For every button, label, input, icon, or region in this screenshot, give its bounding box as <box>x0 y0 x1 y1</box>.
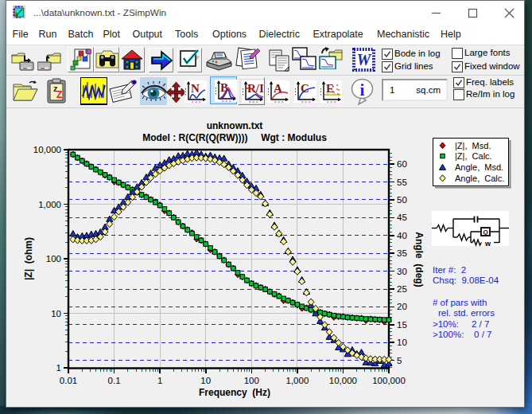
svg-text:10: 10 <box>200 376 211 385</box>
svg-text:Iter #: 2: Iter #: 2 <box>433 265 466 275</box>
svg-text:|Z| (ohm): |Z| (ohm) <box>23 237 34 280</box>
svg-text:Chsq: 9.08E-04: Chsq: 9.08E-04 <box>433 275 499 285</box>
svg-text:45: 45 <box>397 213 407 222</box>
svg-text:# of pars with: # of pars with <box>433 298 487 307</box>
svg-text:|Z|, Calc.: |Z|, Calc. <box>455 151 492 161</box>
svg-text:Model : R(C(R(Q(RW)))) Wgt: Model : R(C(R(Q(RW)))) Wgt : Modulus <box>142 132 327 143</box>
svg-text:>10%: 2 / 7: >10%: 2 / 7 <box>433 319 489 329</box>
svg-text:100: 100 <box>244 376 259 385</box>
svg-text:i: i <box>360 80 365 100</box>
svg-text:10: 10 <box>397 338 407 347</box>
svg-text:0.01: 0.01 <box>60 376 77 385</box>
svg-text:Angle (deg): Angle (deg) <box>414 232 425 287</box>
svg-text:1,000: 1,000 <box>286 376 309 385</box>
svg-text:5: 5 <box>397 356 402 365</box>
svg-text:Angle, Msd.: Angle, Msd. <box>455 162 503 172</box>
svg-text:10,000: 10,000 <box>33 145 61 154</box>
svg-text:unknown.txt: unknown.txt <box>207 120 263 131</box>
svg-text:15: 15 <box>397 320 407 330</box>
svg-text:20: 20 <box>397 302 407 311</box>
svg-text:50: 50 <box>397 195 407 205</box>
svg-text:|Z|, Msd.: |Z|, Msd. <box>455 141 491 150</box>
svg-text:10,000: 10,000 <box>329 376 357 385</box>
svg-text:40: 40 <box>397 231 407 240</box>
svg-text:Z: Z <box>56 89 62 100</box>
svg-text:10: 10 <box>51 309 61 318</box>
svg-text:1: 1 <box>157 376 162 385</box>
svg-text:N: N <box>191 82 200 95</box>
svg-text:55: 55 <box>397 178 407 187</box>
svg-text:60: 60 <box>397 159 407 169</box>
svg-text:30: 30 <box>397 267 407 276</box>
svg-text:1: 1 <box>56 363 61 373</box>
svg-text:w: w <box>484 240 491 248</box>
svg-text:Angle, Calc.: Angle, Calc. <box>455 174 504 183</box>
svg-text:100: 100 <box>46 254 61 264</box>
svg-text:1,000: 1,000 <box>38 200 61 209</box>
svg-text:35: 35 <box>397 248 407 258</box>
svg-text:100,000: 100,000 <box>372 376 406 385</box>
svg-text:25: 25 <box>397 284 407 294</box>
svg-text:Frequency (Hz): Frequency (Hz) <box>199 387 270 398</box>
svg-text:>100%: 0 / 7: >100%: 0 / 7 <box>433 330 491 339</box>
svg-text:0.1: 0.1 <box>108 376 121 385</box>
svg-text:E: E <box>326 82 334 95</box>
svg-text:W: W <box>357 51 372 68</box>
svg-text:rel. std. errors: rel. std. errors <box>438 308 495 318</box>
svg-text:Q: Q <box>483 228 487 236</box>
